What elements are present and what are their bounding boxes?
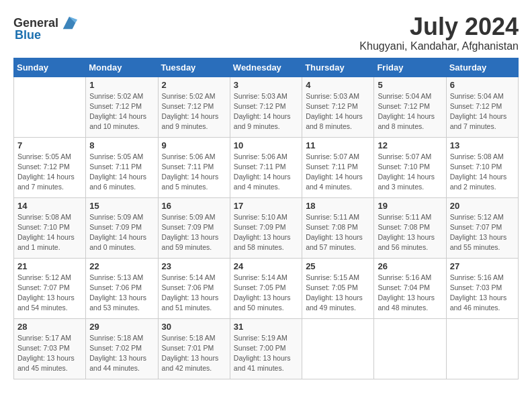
calendar-day-cell: 31Sunrise: 5:19 AMSunset: 7:00 PMDayligh… xyxy=(230,318,302,379)
day-info: Sunrise: 5:12 AMSunset: 7:07 PMDaylight:… xyxy=(450,212,515,253)
calendar-day-cell: 23Sunrise: 5:14 AMSunset: 7:06 PMDayligh… xyxy=(158,258,230,318)
calendar-day-cell xyxy=(14,77,86,137)
day-number: 11 xyxy=(306,140,370,150)
calendar-day-cell: 8Sunrise: 5:05 AMSunset: 7:11 PMDaylight… xyxy=(86,137,158,197)
day-number: 14 xyxy=(17,201,82,211)
day-number: 19 xyxy=(378,201,442,211)
month-year-title: July 2024 xyxy=(359,13,519,40)
calendar-day-cell: 29Sunrise: 5:18 AMSunset: 7:02 PMDayligh… xyxy=(86,318,158,379)
calendar-day-cell: 22Sunrise: 5:13 AMSunset: 7:06 PMDayligh… xyxy=(86,258,158,318)
calendar-day-cell: 3Sunrise: 5:03 AMSunset: 7:12 PMDaylight… xyxy=(230,77,302,137)
day-number: 30 xyxy=(162,322,226,332)
day-number: 31 xyxy=(234,322,298,332)
calendar-week-row: 14Sunrise: 5:08 AMSunset: 7:10 PMDayligh… xyxy=(14,197,519,258)
calendar-day-cell: 28Sunrise: 5:17 AMSunset: 7:03 PMDayligh… xyxy=(14,318,86,379)
logo: General Blue xyxy=(13,13,79,42)
calendar-day-cell: 5Sunrise: 5:04 AMSunset: 7:12 PMDaylight… xyxy=(374,77,446,137)
weekday-header-row: SundayMondayTuesdayWednesdayThursdayFrid… xyxy=(14,58,519,77)
day-number: 5 xyxy=(378,80,442,90)
day-number: 18 xyxy=(306,201,370,211)
weekday-header-wednesday: Wednesday xyxy=(230,58,302,77)
calendar-day-cell: 4Sunrise: 5:03 AMSunset: 7:12 PMDaylight… xyxy=(302,77,374,137)
day-number: 1 xyxy=(89,80,154,90)
day-info: Sunrise: 5:10 AMSunset: 7:09 PMDaylight:… xyxy=(234,212,298,253)
day-number: 21 xyxy=(17,261,82,271)
day-info: Sunrise: 5:17 AMSunset: 7:03 PMDaylight:… xyxy=(17,333,82,374)
location-title: Khugyani, Kandahar, Afghanistan xyxy=(359,40,519,52)
day-number: 6 xyxy=(450,80,515,90)
day-info: Sunrise: 5:18 AMSunset: 7:02 PMDaylight:… xyxy=(89,333,154,374)
day-number: 3 xyxy=(234,80,298,90)
calendar-day-cell xyxy=(302,318,374,379)
day-info: Sunrise: 5:14 AMSunset: 7:05 PMDaylight:… xyxy=(234,273,298,314)
day-number: 29 xyxy=(89,322,154,332)
calendar-day-cell: 17Sunrise: 5:10 AMSunset: 7:09 PMDayligh… xyxy=(230,197,302,258)
calendar-day-cell: 24Sunrise: 5:14 AMSunset: 7:05 PMDayligh… xyxy=(230,258,302,318)
calendar-table: SundayMondayTuesdayWednesdayThursdayFrid… xyxy=(13,58,519,379)
calendar-day-cell: 7Sunrise: 5:05 AMSunset: 7:12 PMDaylight… xyxy=(14,137,86,197)
calendar-day-cell: 11Sunrise: 5:07 AMSunset: 7:11 PMDayligh… xyxy=(302,137,374,197)
weekday-header-sunday: Sunday xyxy=(14,58,86,77)
day-number: 12 xyxy=(378,140,442,150)
weekday-header-thursday: Thursday xyxy=(302,58,374,77)
day-info: Sunrise: 5:18 AMSunset: 7:01 PMDaylight:… xyxy=(162,333,226,374)
logo-icon xyxy=(60,13,79,32)
calendar-day-cell: 16Sunrise: 5:09 AMSunset: 7:09 PMDayligh… xyxy=(158,197,230,258)
day-number: 4 xyxy=(306,80,370,90)
calendar-day-cell: 2Sunrise: 5:02 AMSunset: 7:12 PMDaylight… xyxy=(158,77,230,137)
calendar-day-cell: 15Sunrise: 5:09 AMSunset: 7:09 PMDayligh… xyxy=(86,197,158,258)
day-number: 15 xyxy=(89,201,154,211)
day-number: 8 xyxy=(89,140,154,150)
calendar-day-cell: 21Sunrise: 5:12 AMSunset: 7:07 PMDayligh… xyxy=(14,258,86,318)
page-header: General Blue July 2024 Khugyani, Kandaha… xyxy=(13,13,519,52)
calendar-day-cell: 20Sunrise: 5:12 AMSunset: 7:07 PMDayligh… xyxy=(446,197,518,258)
day-info: Sunrise: 5:03 AMSunset: 7:12 PMDaylight:… xyxy=(306,91,370,132)
calendar-day-cell: 26Sunrise: 5:16 AMSunset: 7:04 PMDayligh… xyxy=(374,258,446,318)
calendar-day-cell: 6Sunrise: 5:04 AMSunset: 7:12 PMDaylight… xyxy=(446,77,518,137)
day-info: Sunrise: 5:08 AMSunset: 7:10 PMDaylight:… xyxy=(450,152,515,193)
calendar-week-row: 28Sunrise: 5:17 AMSunset: 7:03 PMDayligh… xyxy=(14,318,519,379)
day-number: 7 xyxy=(17,140,82,150)
day-number: 26 xyxy=(378,261,442,271)
calendar-day-cell xyxy=(446,318,518,379)
calendar-day-cell: 19Sunrise: 5:11 AMSunset: 7:08 PMDayligh… xyxy=(374,197,446,258)
day-number: 17 xyxy=(234,201,298,211)
day-number: 23 xyxy=(162,261,226,271)
day-number: 25 xyxy=(306,261,370,271)
day-info: Sunrise: 5:02 AMSunset: 7:12 PMDaylight:… xyxy=(162,91,226,132)
logo-blue: Blue xyxy=(15,28,41,42)
calendar-day-cell: 1Sunrise: 5:02 AMSunset: 7:12 PMDaylight… xyxy=(86,77,158,137)
day-number: 13 xyxy=(450,140,515,150)
day-number: 28 xyxy=(17,322,82,332)
calendar-day-cell: 10Sunrise: 5:06 AMSunset: 7:11 PMDayligh… xyxy=(230,137,302,197)
day-number: 16 xyxy=(162,201,226,211)
calendar-week-row: 21Sunrise: 5:12 AMSunset: 7:07 PMDayligh… xyxy=(14,258,519,318)
day-info: Sunrise: 5:03 AMSunset: 7:12 PMDaylight:… xyxy=(234,91,298,132)
day-info: Sunrise: 5:13 AMSunset: 7:06 PMDaylight:… xyxy=(89,273,154,314)
day-number: 20 xyxy=(450,201,515,211)
calendar-day-cell: 18Sunrise: 5:11 AMSunset: 7:08 PMDayligh… xyxy=(302,197,374,258)
day-info: Sunrise: 5:11 AMSunset: 7:08 PMDaylight:… xyxy=(306,212,370,253)
calendar-day-cell: 30Sunrise: 5:18 AMSunset: 7:01 PMDayligh… xyxy=(158,318,230,379)
calendar-week-row: 1Sunrise: 5:02 AMSunset: 7:12 PMDaylight… xyxy=(14,77,519,137)
day-info: Sunrise: 5:07 AMSunset: 7:10 PMDaylight:… xyxy=(378,152,442,193)
day-info: Sunrise: 5:04 AMSunset: 7:12 PMDaylight:… xyxy=(378,91,442,132)
day-info: Sunrise: 5:15 AMSunset: 7:05 PMDaylight:… xyxy=(306,273,370,314)
calendar-day-cell: 13Sunrise: 5:08 AMSunset: 7:10 PMDayligh… xyxy=(446,137,518,197)
day-info: Sunrise: 5:19 AMSunset: 7:00 PMDaylight:… xyxy=(234,333,298,374)
calendar-day-cell: 14Sunrise: 5:08 AMSunset: 7:10 PMDayligh… xyxy=(14,197,86,258)
day-info: Sunrise: 5:16 AMSunset: 7:03 PMDaylight:… xyxy=(450,273,515,314)
day-info: Sunrise: 5:06 AMSunset: 7:11 PMDaylight:… xyxy=(234,152,298,193)
calendar-day-cell: 12Sunrise: 5:07 AMSunset: 7:10 PMDayligh… xyxy=(374,137,446,197)
day-info: Sunrise: 5:06 AMSunset: 7:11 PMDaylight:… xyxy=(162,152,226,193)
day-info: Sunrise: 5:05 AMSunset: 7:12 PMDaylight:… xyxy=(17,152,82,193)
day-info: Sunrise: 5:05 AMSunset: 7:11 PMDaylight:… xyxy=(89,152,154,193)
weekday-header-friday: Friday xyxy=(374,58,446,77)
day-info: Sunrise: 5:07 AMSunset: 7:11 PMDaylight:… xyxy=(306,152,370,193)
calendar-day-cell: 9Sunrise: 5:06 AMSunset: 7:11 PMDaylight… xyxy=(158,137,230,197)
day-info: Sunrise: 5:16 AMSunset: 7:04 PMDaylight:… xyxy=(378,273,442,314)
day-info: Sunrise: 5:09 AMSunset: 7:09 PMDaylight:… xyxy=(89,212,154,253)
title-block: July 2024 Khugyani, Kandahar, Afghanista… xyxy=(359,13,519,52)
day-number: 10 xyxy=(234,140,298,150)
day-info: Sunrise: 5:14 AMSunset: 7:06 PMDaylight:… xyxy=(162,273,226,314)
